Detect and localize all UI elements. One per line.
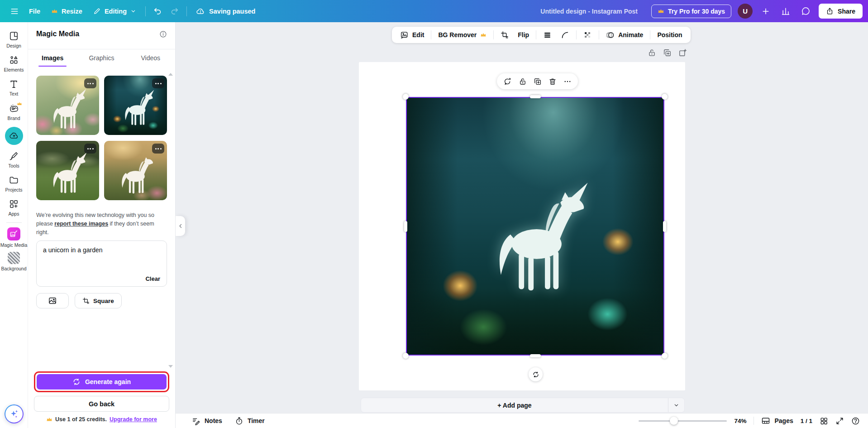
transparency-button[interactable]	[579, 27, 596, 43]
undo-button[interactable]	[149, 3, 166, 19]
toolbar-divider	[576, 30, 577, 39]
resize-handle-bottom-right[interactable]	[662, 353, 668, 359]
sidebar-item-text[interactable]: Text	[0, 76, 28, 100]
sidebar-item-magic-media[interactable]: Magic Media	[0, 226, 28, 250]
prompt-input[interactable]: a unicorn in a garden	[43, 246, 160, 275]
design-page[interactable]	[359, 62, 685, 390]
thumbnail-options-button[interactable]	[84, 78, 96, 88]
position-label: Position	[657, 31, 682, 38]
generated-image-unicorn-painterly-garden[interactable]	[36, 76, 99, 135]
thumbnail-options-button[interactable]	[84, 144, 96, 154]
add-page-dropdown[interactable]	[668, 398, 684, 412]
tab-videos[interactable]: Videos	[126, 49, 175, 67]
selected-unicorn-image[interactable]	[406, 97, 664, 356]
resize-handle-bottom[interactable]	[530, 354, 541, 357]
redo-icon	[170, 7, 179, 15]
tab-graphics[interactable]: Graphics	[77, 49, 126, 67]
add-page-button[interactable]: + Add page	[361, 398, 668, 412]
resize-handle-top-left[interactable]	[403, 94, 409, 100]
assistant-button[interactable]	[5, 404, 24, 423]
sidebar-item-uploads[interactable]	[0, 124, 28, 148]
generated-image-horse-lawn[interactable]	[36, 141, 99, 200]
crop-button[interactable]	[496, 27, 513, 43]
sidebar-item-apps[interactable]: Apps	[0, 196, 28, 220]
sidebar-item-background[interactable]: Background	[0, 250, 28, 274]
try-pro-button[interactable]: Try Pro for 30 days	[651, 5, 731, 18]
redo-button[interactable]	[166, 3, 183, 19]
rotate-handle[interactable]	[529, 367, 543, 381]
resize-button[interactable]: Resize	[46, 4, 88, 19]
hamburger-icon	[10, 7, 19, 16]
sidebar-item-tools[interactable]: Tools	[0, 148, 28, 172]
generate-again-button[interactable]: Generate again	[37, 374, 167, 390]
editing-mode-dropdown[interactable]: Editing	[88, 4, 142, 19]
saving-status[interactable]: Saving paused	[191, 3, 261, 19]
share-button[interactable]: Share	[819, 4, 863, 19]
pages-button[interactable]: Pages	[761, 416, 793, 425]
panel-collapse-button[interactable]	[176, 216, 185, 236]
thumbnail-options-button[interactable]	[152, 78, 164, 88]
bars-icon	[543, 31, 552, 39]
generate-again-label: Generate again	[85, 378, 131, 385]
go-back-button[interactable]: Go back	[34, 396, 169, 412]
sidebar-item-elements[interactable]: Elements	[0, 52, 28, 76]
lock-element-button[interactable]	[519, 77, 527, 86]
position-button[interactable]: Position	[653, 27, 687, 43]
report-images-link[interactable]: report these images	[54, 221, 108, 227]
delete-element-button[interactable]	[548, 77, 557, 86]
info-icon[interactable]	[159, 30, 167, 38]
grid-view-button[interactable]	[820, 417, 828, 425]
file-menu-button[interactable]: File	[24, 4, 46, 19]
topbar-divider	[145, 6, 146, 16]
upgrade-link[interactable]: Upgrade for more	[110, 416, 157, 423]
add-member-button[interactable]	[759, 5, 773, 18]
fullscreen-button[interactable]	[835, 417, 844, 425]
document-title[interactable]: Untitled design - Instagram Post	[540, 8, 638, 15]
prompt-box: a unicorn in a garden Clear	[36, 240, 167, 287]
timer-label: Timer	[248, 417, 265, 424]
scroll-down-arrow[interactable]	[168, 365, 173, 368]
sidebar-item-brand[interactable]: Brand	[0, 100, 28, 124]
generated-image-unicorn-dark-forest[interactable]	[104, 76, 167, 135]
arc-icon	[561, 31, 569, 39]
lock-page-button[interactable]	[648, 48, 656, 57]
insights-button[interactable]	[779, 5, 792, 18]
timer-button[interactable]: Timer	[235, 417, 265, 425]
clear-button[interactable]: Clear	[145, 275, 160, 282]
aspect-ratio-button[interactable]: Square	[75, 293, 122, 308]
sidebar-item-projects[interactable]: Projects	[0, 172, 28, 196]
duplicate-element-button[interactable]	[534, 77, 542, 86]
zoom-slider[interactable]	[639, 417, 727, 425]
resize-handle-left[interactable]	[404, 221, 407, 232]
duplicate-page-button[interactable]	[663, 48, 672, 57]
zoom-slider-thumb[interactable]	[670, 417, 678, 425]
style-image-button[interactable]	[36, 293, 69, 308]
edit-image-button[interactable]: Edit	[396, 27, 429, 43]
magic-media-panel: Magic Media Images Graphics Videos	[28, 22, 176, 428]
main-menu-button[interactable]	[5, 3, 24, 19]
thumbnail-options-button[interactable]	[152, 144, 164, 154]
adjust-button[interactable]	[539, 27, 556, 43]
toolbar-divider	[650, 30, 650, 39]
resize-handle-bottom-left[interactable]	[403, 353, 409, 359]
arc-button[interactable]	[556, 27, 574, 43]
resize-handle-right[interactable]	[663, 221, 666, 232]
sidebar-item-design[interactable]: Design	[0, 28, 28, 52]
tab-images[interactable]: Images	[28, 49, 77, 67]
generated-image-horse-golden-garden[interactable]	[104, 141, 167, 200]
avatar[interactable]: U	[738, 4, 753, 19]
flip-button[interactable]: Flip	[513, 27, 534, 43]
bg-remover-button[interactable]: BG Remover	[434, 27, 491, 43]
add-page-icon-button[interactable]	[678, 48, 687, 57]
scroll-up-arrow[interactable]	[168, 73, 173, 76]
help-button[interactable]	[851, 417, 860, 425]
notes-button[interactable]: Notes	[192, 417, 222, 425]
animate-button[interactable]: Animate	[601, 27, 648, 43]
page-controls	[648, 48, 687, 57]
credits-text: Use 1 of 25 credits.	[55, 416, 107, 423]
resize-handle-top[interactable]	[530, 95, 541, 98]
resize-handle-top-right[interactable]	[662, 94, 668, 100]
comments-button[interactable]	[799, 5, 812, 18]
add-comment-button[interactable]	[503, 77, 512, 86]
more-options-button[interactable]	[563, 77, 572, 86]
